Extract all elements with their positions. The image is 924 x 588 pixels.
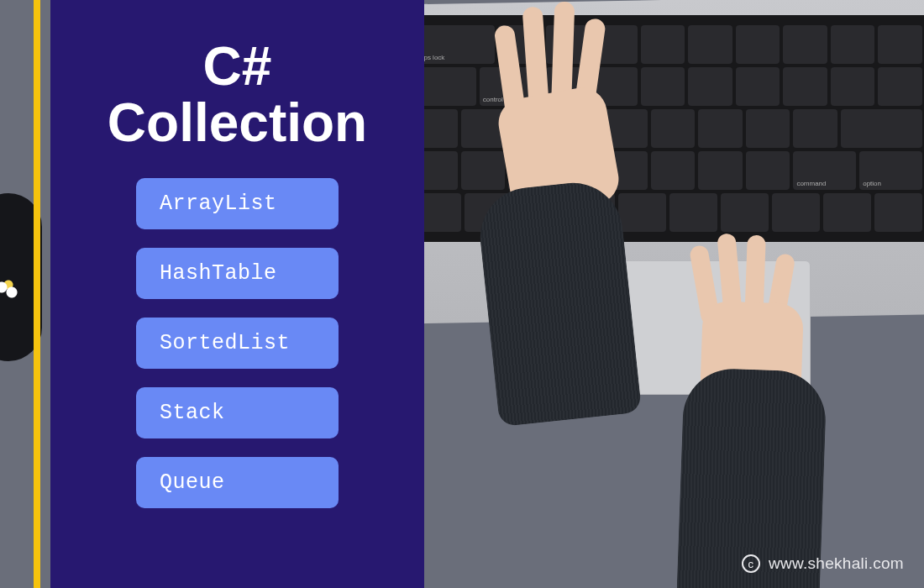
desk-flower [0,277,25,302]
collection-item-hashtable: HashTable [136,248,339,299]
attribution-text: www.shekhali.com [769,554,904,573]
page-title: C# Collection [81,39,394,151]
collection-item-sortedlist: SortedList [136,318,339,369]
copyright-icon: c [742,554,760,573]
canvas-background: caps lock fncontrol commandoption [0,0,924,588]
content-panel: C# Collection ArrayList HashTable Sorted… [50,0,424,588]
collection-item-queue: Queue [136,457,339,508]
collection-item-arraylist: ArrayList [136,178,339,229]
collection-item-stack: Stack [136,387,339,438]
title-line-1: C# [203,36,272,97]
attribution: c www.shekhali.com [742,554,904,573]
accent-stripe [34,0,40,588]
title-line-2: Collection [108,92,367,153]
laptop-trackpad [584,260,811,395]
collection-list: ArrayList HashTable SortedList Stack Que… [81,178,394,508]
laptop-keyboard: caps lock fncontrol commandoption [403,15,924,242]
